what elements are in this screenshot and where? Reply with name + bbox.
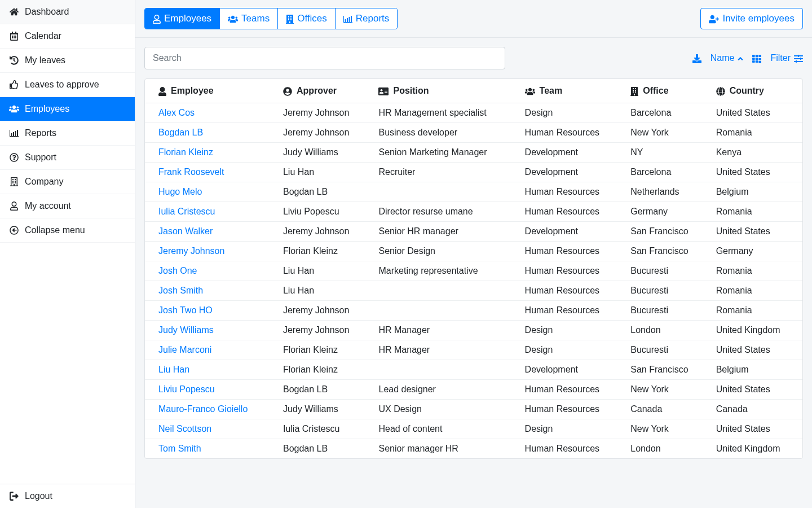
id-card-icon [378, 86, 389, 96]
cell-approver: Iulia Cristescu [276, 419, 372, 439]
cell-approver: Liu Han [276, 163, 372, 182]
sidebar-item-employees[interactable]: Employees [0, 97, 135, 121]
chart-bar-icon [9, 129, 19, 138]
th-label: Position [393, 86, 429, 96]
tab-label: Employees [164, 13, 211, 24]
employee-link[interactable]: Florian Kleinz [158, 147, 213, 157]
sidebar-item-calendar[interactable]: Calendar [0, 24, 135, 49]
users-icon [9, 104, 19, 113]
button-label: Invite employees [722, 13, 795, 24]
table-row: Liu HanFlorian KleinzDevelopmentSan Fran… [145, 360, 802, 380]
cell-country: United States [709, 340, 802, 360]
table-row: Jason WalkerJeremy JohnsonSenior HR mana… [145, 222, 802, 242]
sidebar-item-my-leaves[interactable]: My leaves [0, 49, 135, 73]
cell-approver: Jeremy Johnson [276, 123, 372, 143]
sidebar-item-leaves-to-approve[interactable]: Leaves to approve [0, 73, 135, 97]
employee-link[interactable]: Hugo Melo [158, 187, 202, 196]
cell-team: Human Resources [518, 281, 624, 301]
cell-office: New York [624, 419, 709, 439]
cell-office: Bucuresti [624, 261, 709, 281]
tab-offices[interactable]: Offices [278, 8, 336, 29]
th-approver[interactable]: Approver [276, 79, 372, 103]
cell-team: Human Resources [518, 242, 624, 261]
invite-employees-button[interactable]: Invite employees [700, 8, 803, 29]
cell-country: United States [709, 222, 802, 242]
cell-office: Germany [624, 202, 709, 222]
sort-label: Name [710, 53, 735, 63]
cell-position [372, 301, 518, 321]
chart-bar-icon [343, 13, 352, 24]
table-row: Mauro-Franco GioielloJudy WilliamsUX Des… [145, 400, 802, 419]
employee-link[interactable]: Tom Smith [158, 444, 201, 453]
cell-office: Canada [624, 400, 709, 419]
employee-link[interactable]: Bogdan LB [158, 128, 203, 137]
employee-link[interactable]: Liu Han [158, 365, 189, 374]
cell-position: Senion Marketing Manager [372, 143, 518, 163]
table-row: Florian KleinzJudy WilliamsSenion Market… [145, 143, 802, 163]
cell-country: Kenya [709, 143, 802, 163]
employee-link[interactable]: Frank Roosevelt [158, 167, 224, 177]
cell-approver: Jeremy Johnson [276, 222, 372, 242]
cell-team: Development [518, 222, 624, 242]
sidebar-item-collapse-menu[interactable]: Collapse menu [0, 218, 135, 243]
th-team[interactable]: Team [518, 79, 624, 103]
table-row: Alex CosJeremy JohnsonHR Management spec… [145, 103, 802, 123]
sidebar: Dashboard Calendar My leaves Leaves to a… [0, 0, 135, 508]
sidebar-footer: Logout [0, 484, 135, 508]
thumbs-up-icon [9, 80, 19, 89]
cell-office: Bucuresti [624, 301, 709, 321]
th-label: Office [643, 86, 668, 96]
filter-button[interactable]: Filter [770, 53, 803, 63]
grid-view-button[interactable] [752, 53, 761, 63]
table-row: Tom SmithBogdan LBSenior manager HRHuman… [145, 439, 802, 459]
employee-link[interactable]: Josh Two HO [158, 305, 213, 315]
tab-teams[interactable]: Teams [220, 8, 278, 29]
cell-office: Barcelona [624, 163, 709, 182]
cell-office: New York [624, 123, 709, 143]
cell-position: HR Management specialist [372, 103, 518, 123]
employee-link[interactable]: Mauro-Franco Gioiello [158, 404, 248, 414]
logout-icon [9, 492, 19, 501]
employee-link[interactable]: Julie Marconi [158, 345, 211, 354]
th-country[interactable]: Country [709, 79, 802, 103]
arrow-up-icon [738, 53, 743, 63]
employee-link[interactable]: Jeremy Johnson [158, 246, 224, 256]
th-position[interactable]: Position [372, 79, 518, 103]
employees-table-card: Employee Approver [144, 78, 803, 459]
th-office[interactable]: Office [624, 79, 709, 103]
question-icon [9, 153, 19, 162]
employee-link[interactable]: Neil Scottson [158, 424, 211, 433]
search-input[interactable] [144, 47, 505, 69]
sliders-icon [794, 53, 803, 63]
sidebar-item-my-account[interactable]: My account [0, 194, 135, 218]
sidebar-item-label: Support [25, 152, 56, 163]
tab-employees[interactable]: Employees [145, 8, 220, 29]
cell-country: United States [709, 419, 802, 439]
download-button[interactable] [692, 53, 701, 63]
cell-country: United States [709, 380, 802, 400]
employee-link[interactable]: Liviu Popescu [158, 384, 215, 394]
table-row: Josh SmithLiu HanHuman ResourcesBucurest… [145, 281, 802, 301]
employee-link[interactable]: Alex Cos [158, 108, 195, 117]
cell-position: Marketing representative [372, 261, 518, 281]
sidebar-item-logout[interactable]: Logout [0, 484, 135, 508]
grid-icon [752, 53, 761, 63]
sidebar-item-support[interactable]: Support [0, 146, 135, 170]
sidebar-nav: Dashboard Calendar My leaves Leaves to a… [0, 0, 135, 484]
th-employee[interactable]: Employee [145, 79, 276, 103]
employee-link[interactable]: Josh One [158, 266, 197, 275]
table-row: Neil ScottsonIulia CristescuHead of cont… [145, 419, 802, 439]
sidebar-item-company[interactable]: Company [0, 170, 135, 194]
cell-position: Senior Design [372, 242, 518, 261]
employee-link[interactable]: Jason Walker [158, 226, 213, 236]
employee-link[interactable]: Josh Smith [158, 286, 203, 295]
sidebar-item-dashboard[interactable]: Dashboard [0, 0, 135, 24]
sort-name-button[interactable]: Name [710, 53, 744, 63]
sidebar-item-reports[interactable]: Reports [0, 121, 135, 146]
employee-link[interactable]: Judy Williams [158, 325, 214, 335]
tab-reports[interactable]: Reports [336, 8, 398, 29]
users-icon [228, 13, 238, 24]
employee-link[interactable]: Iulia Cristescu [158, 207, 215, 216]
cell-country: United Kingdom [709, 439, 802, 459]
sidebar-item-label: Employees [25, 104, 69, 114]
